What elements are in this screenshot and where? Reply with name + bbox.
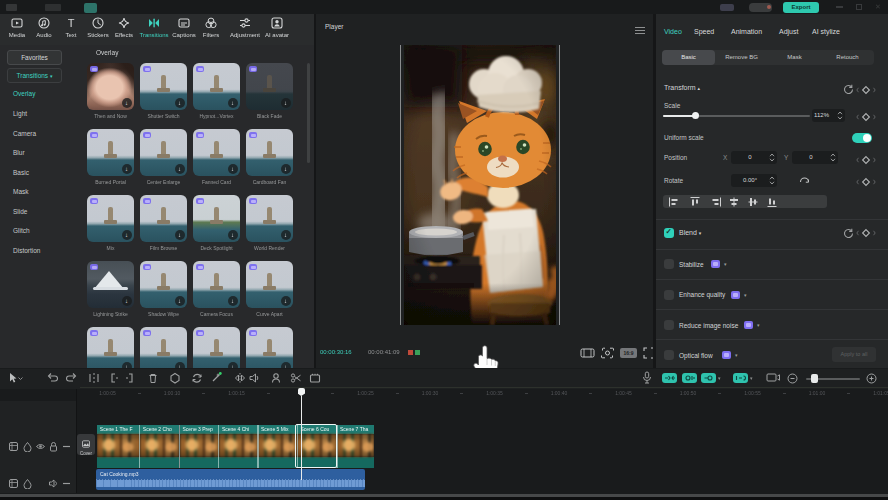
svg-text:T: T: [68, 17, 75, 29]
